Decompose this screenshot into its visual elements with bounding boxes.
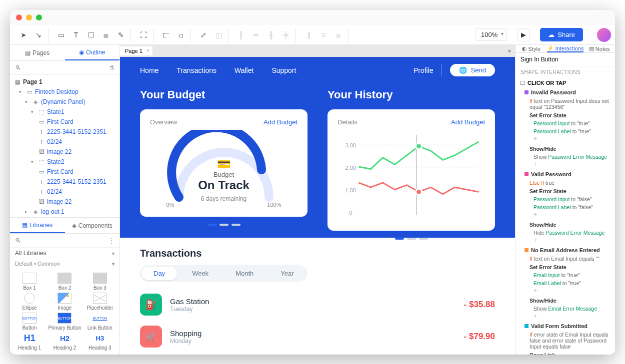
add-action-icon[interactable]: + [516,135,615,144]
tree-item[interactable]: ▾⬚State2 [10,157,120,167]
minimize-window-icon[interactable] [26,14,32,20]
lib-h3[interactable]: H3Heading 3 [84,333,116,351]
share-button[interactable]: ☁Share [540,28,583,41]
close-tab-icon[interactable]: × [146,48,150,53]
tree-item[interactable]: ▾⬚State1 [10,107,120,117]
spacing-v-tool[interactable]: ≡ [317,28,330,41]
transaction-row[interactable]: ⛽ Gas Station Tuesday - $35.88 [140,289,495,321]
lib-image[interactable]: Image [48,293,81,311]
nav-wallet[interactable]: Wallet [234,66,254,74]
page-dot[interactable] [232,224,240,226]
pen-tool[interactable]: ✎ [114,28,128,41]
tree-item[interactable]: ▾▭Fintech Desktop [10,87,120,97]
lib-h1[interactable]: H1Heading 1 [13,333,46,351]
tree-item[interactable]: ▸◈log-out 1 [10,207,120,217]
tree-item[interactable]: 🖼image 22 [10,197,120,207]
libraries-tab[interactable]: ▦ Libraries [10,218,65,233]
align-left-tool[interactable]: ⫍ [160,28,172,41]
page-dot[interactable] [208,224,216,226]
spacing-h-tool[interactable]: ‖ [302,28,315,41]
lib-search-icon[interactable]: 🔍︎ [15,237,21,244]
lib-h2[interactable]: H2Heading 2 [48,333,81,351]
nav-transactions[interactable]: Transactions [176,66,216,74]
lib-box1[interactable]: Box 1 [13,273,46,291]
lib-primary-button[interactable]: BUTTONPrimary Button [48,313,81,331]
more-tool[interactable]: ≣ [332,28,345,41]
rectangle-tool[interactable]: ▭ [54,28,68,41]
period-month[interactable]: Month [224,267,266,280]
event-row[interactable]: CLICK OR TAP [516,78,615,88]
nav-support[interactable]: Support [272,66,296,74]
add-action-icon[interactable]: + [516,313,615,322]
canvas-tab[interactable]: Page 1× [120,46,153,55]
interactions-tab[interactable]: ⚡ Interactions [547,45,584,52]
add-budget-link[interactable]: Add Budget [264,118,298,126]
tree-item[interactable]: ▭First Card [10,167,120,177]
tree-item[interactable]: T02/24 [10,137,120,147]
page-dot[interactable] [407,238,416,240]
pages-tab[interactable]: ▤ Pages [10,45,65,60]
search-icon[interactable]: 🔍︎ [15,64,21,71]
maximize-window-icon[interactable] [36,14,42,20]
lib-box3[interactable]: Box 3 [84,273,116,291]
align-m-tool[interactable]: ╪ [280,28,292,41]
text-tool[interactable]: T [70,28,82,41]
align-top-tool[interactable]: ⫏ [174,28,188,41]
tree-item[interactable]: T2225-3441-5152-2351 [10,127,120,137]
preview-button[interactable]: ▶ [517,28,530,41]
event-checkbox-icon[interactable] [520,81,524,85]
zoom-select[interactable]: 100% [476,28,507,41]
close-window-icon[interactable] [16,14,22,20]
align-c-tool[interactable]: ╫ [264,28,278,41]
period-week[interactable]: Week [180,267,220,280]
outline-tab[interactable]: ◉ Outline [65,45,120,60]
notes-tab[interactable]: ▤ Notes [584,45,615,52]
send-button[interactable]: 🌐Send [450,64,495,76]
page-dot[interactable] [419,238,428,240]
tree-item[interactable]: ▭First Card [10,117,120,127]
dist-v-tool[interactable]: ═ [250,28,262,41]
nav-profile[interactable]: Profile [414,66,434,74]
add-action-icon[interactable]: + [516,237,615,246]
design-canvas[interactable]: Home Transactions Wallet Support Profile… [120,57,515,355]
pointer-tool[interactable]: ➤ [17,28,30,41]
form-tool[interactable]: ☐ [84,28,98,41]
tree-item[interactable]: 🖼image 22 [10,147,120,157]
lib-dropdown[interactable]: All Libraries▾ [10,248,120,259]
lib-link-button[interactable]: BUTTONLink Button [84,313,116,331]
lib-placeholder[interactable]: Placeholder [84,293,116,311]
tree-item[interactable]: T02/24 [10,187,120,197]
period-year[interactable]: Year [268,267,306,280]
add-action-icon[interactable]: + [516,287,615,296]
stack-tool[interactable]: ≣ [100,28,112,41]
components-tab[interactable]: ◈ Components [65,218,120,233]
add-action-icon[interactable]: + [516,211,615,220]
transaction-row[interactable]: 🛒 Shopping Monday - $79.90 [140,321,495,353]
page-dot[interactable] [395,238,404,240]
tree-page-root[interactable]: ▤Page 1 [10,77,120,87]
case-row[interactable]: Invalid Password [516,88,615,97]
resize-tool[interactable]: ⛶ [137,28,150,41]
period-day[interactable]: Day [142,267,177,280]
page-dot[interactable] [220,224,228,226]
lib-button[interactable]: BUTTONButton [13,313,46,331]
case-row[interactable]: Valid Form Submitted [516,322,615,331]
add-budget-link-2[interactable]: Add Budget [451,118,485,126]
tree-item[interactable]: ▾◈(Dynamic Panel) [10,97,120,107]
lib-menu-icon[interactable]: ⋮ [108,237,114,244]
filter-icon[interactable]: ⚗ [109,64,114,71]
style-tab[interactable]: ◐ Style [516,45,547,52]
connector-tool[interactable]: ↘ [32,28,45,41]
add-page-icon[interactable]: ▾ [504,48,515,54]
expand-tool[interactable]: ⤢ [197,28,210,41]
user-avatar[interactable] [597,28,611,42]
tree-item[interactable]: T2225-3441-5152-2351 [10,177,120,187]
nav-home[interactable]: Home [140,66,158,74]
group-tool[interactable]: ◫ [212,28,225,41]
lib-box2[interactable]: Box 2 [48,273,81,291]
case-row[interactable]: No Email Address Entered [516,246,615,255]
case-row[interactable]: Valid Password [516,170,615,179]
lib-ellipse[interactable]: Ellipse [13,293,46,311]
dist-h-tool[interactable]: ║ [234,28,248,41]
add-action-icon[interactable]: + [516,161,615,170]
